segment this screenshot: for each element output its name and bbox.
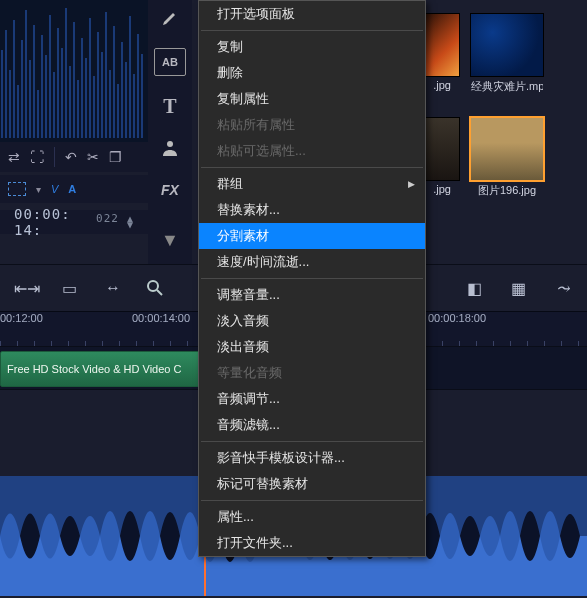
pen-icon[interactable] <box>157 6 183 30</box>
thumb-caption: 经典灾难片.mp4 <box>471 79 543 94</box>
menu-item[interactable]: 速度/时间流逝... <box>199 249 425 275</box>
thumbnail-selected[interactable]: 图片196.jpg <box>471 118 543 198</box>
thumbnail[interactable]: 经典灾难片.mp4 <box>471 14 543 94</box>
menu-item[interactable]: 淡出音频 <box>199 334 425 360</box>
svg-point-37 <box>167 141 173 147</box>
timecode-main: 00:00: 14: <box>14 206 94 238</box>
menu-item[interactable]: 替换素材... <box>199 197 425 223</box>
fit-start-icon[interactable]: ⇤⇥ <box>14 279 36 298</box>
text-icon[interactable]: T <box>157 94 183 118</box>
svg-line-39 <box>157 290 162 295</box>
fit-width-icon[interactable]: ↔ <box>102 279 124 297</box>
menu-separator <box>201 441 423 442</box>
menu-separator <box>201 500 423 501</box>
thumb-image <box>471 118 543 180</box>
menu-item: 粘贴可选属性... <box>199 138 425 164</box>
thumb-image <box>425 118 459 180</box>
run-icon[interactable]: ⤳ <box>551 279 573 298</box>
timecode-stepper-icon[interactable]: ▲▼ <box>127 216 134 228</box>
menu-item[interactable]: 删除 <box>199 60 425 86</box>
menu-item[interactable]: 打开文件夹... <box>199 530 425 556</box>
menu-item[interactable]: 音频滤镜... <box>199 412 425 438</box>
thumbnail[interactable]: .jpg <box>425 118 459 195</box>
layout-icon[interactable]: ◧ <box>463 279 485 298</box>
video-clip[interactable]: Free HD Stock Video & HD Video C <box>0 351 224 387</box>
context-menu: 打开选项面板复制删除复制属性粘贴所有属性粘贴可选属性...群组替换素材...分割… <box>198 0 426 557</box>
menu-item: 粘贴所有属性 <box>199 112 425 138</box>
thumb-image <box>471 14 543 76</box>
menu-item[interactable]: 分割素材 <box>199 223 425 249</box>
separator <box>54 147 55 167</box>
fullscreen-icon[interactable]: ⛶ <box>30 149 44 165</box>
menu-separator <box>201 278 423 279</box>
expand-down-icon[interactable]: ▼ <box>157 228 183 252</box>
ab-icon[interactable]: AB <box>154 48 186 76</box>
menu-item: 等量化音频 <box>199 360 425 386</box>
frame-icon[interactable]: ▭ <box>58 279 80 298</box>
ruler-label: 00:12:00 <box>0 312 43 324</box>
media-gallery: Sample_Lake.m… .jpg 经典灾难片.mp4 .jpg 图片196… <box>425 0 587 260</box>
ruler-label: 00:00:14:00 <box>132 312 190 324</box>
grid-icon[interactable]: ▦ <box>507 279 529 298</box>
marker-row: ▾ V A <box>0 175 148 203</box>
menu-item[interactable]: 淡入音频 <box>199 308 425 334</box>
thumb-caption: 图片196.jpg <box>471 183 543 198</box>
ruler-label: 00:00:18:00 <box>428 312 486 324</box>
preview-waveform-panel <box>0 0 148 142</box>
menu-item[interactable]: 音频调节... <box>199 386 425 412</box>
menu-item[interactable]: 调整音量... <box>199 282 425 308</box>
menu-item[interactable]: 打开选项面板 <box>199 1 425 27</box>
cut-icon[interactable]: ✂ <box>87 149 99 165</box>
menu-item[interactable]: 属性... <box>199 504 425 530</box>
timecode-display[interactable]: 00:00: 14: 022 ▲▼ <box>0 210 148 234</box>
svg-point-38 <box>148 281 158 291</box>
category-sidebar: AB T FX ▼ <box>148 0 192 266</box>
menu-item[interactable]: 标记可替换素材 <box>199 471 425 497</box>
menu-item[interactable]: 群组 <box>199 171 425 197</box>
audio-marker[interactable]: A <box>68 183 76 195</box>
thumb-image <box>425 14 459 76</box>
undo-icon[interactable]: ↶ <box>65 149 77 165</box>
menu-item[interactable]: 影音快手模板设计器... <box>199 445 425 471</box>
marker-range-icon[interactable] <box>8 182 26 196</box>
zoom-icon[interactable] <box>146 279 168 297</box>
menu-item[interactable]: 复制属性 <box>199 86 425 112</box>
swap-icon[interactable]: ⇄ <box>8 149 20 165</box>
thumbnail[interactable]: .jpg <box>425 14 459 91</box>
menu-separator <box>201 167 423 168</box>
menu-item[interactable]: 复制 <box>199 34 425 60</box>
paste-icon[interactable]: ❐ <box>109 149 122 165</box>
thumb-caption: .jpg <box>425 79 459 91</box>
dropdown-icon[interactable]: ▾ <box>36 184 41 195</box>
menu-separator <box>201 30 423 31</box>
fx-icon[interactable]: FX <box>157 178 183 202</box>
timecode-frames: 022 <box>96 212 119 225</box>
person-icon[interactable] <box>157 136 183 160</box>
thumb-caption: .jpg <box>425 183 459 195</box>
waveform-icon <box>0 0 148 142</box>
preview-toolbar: ⇄ ⛶ ↶ ✂ ❐ <box>0 142 148 172</box>
video-marker[interactable]: V <box>51 183 58 195</box>
